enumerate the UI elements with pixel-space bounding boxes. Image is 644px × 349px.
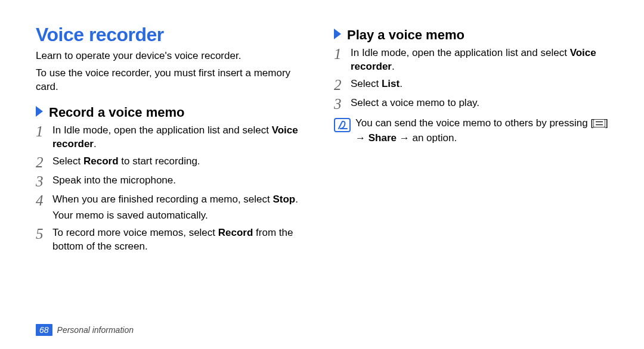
text: to start recording. [119, 155, 200, 167]
left-column: Voice recorder Learn to operate your dev… [36, 24, 310, 349]
record-heading-text: Record a voice memo [49, 105, 184, 120]
step-body: When you are finished recording a memo, … [52, 193, 310, 223]
bold-text: List [382, 78, 400, 89]
text: When you are finished recording a memo, … [52, 194, 273, 205]
step-body: Select Record to start recording. [52, 155, 310, 169]
record-heading: Record a voice memo [36, 105, 310, 120]
chevron-right-icon [334, 29, 342, 42]
menu-icon [593, 118, 605, 132]
step-number: 4 [36, 193, 52, 208]
text: . [94, 138, 97, 149]
svg-rect-2 [335, 119, 350, 132]
step-number: 3 [36, 174, 52, 189]
right-step-2: 2 Select List. [334, 77, 608, 93]
page-footer: 68 Personal information [36, 324, 134, 336]
sub-text: Your memo is saved automatically. [52, 209, 310, 223]
step-body: Select a voice memo to play. [351, 96, 608, 110]
bold-text: Stop [273, 194, 295, 205]
step-number: 1 [334, 46, 351, 62]
section-name: Personal information [57, 325, 134, 335]
play-heading-text: Play a voice memo [347, 27, 465, 43]
step-number: 1 [36, 124, 52, 139]
right-column: Play a voice memo 1 In Idle mode, open t… [334, 24, 608, 349]
manual-page: Voice recorder Learn to operate your dev… [0, 0, 644, 349]
step-body: In Idle mode, open the application list … [351, 46, 608, 74]
page-title: Voice recorder [36, 24, 310, 46]
step-body: To record more voice memos, select Recor… [52, 226, 310, 254]
left-step-1: 1 In Idle mode, open the application lis… [36, 124, 310, 151]
text: Select [52, 155, 83, 167]
intro-line-1: Learn to operate your device's voice rec… [36, 49, 310, 63]
bold-text: Record [218, 227, 253, 238]
bold-text: Record [83, 155, 119, 167]
step-number: 3 [334, 96, 351, 112]
play-heading: Play a voice memo [334, 27, 608, 43]
text: . [392, 61, 395, 72]
right-step-1: 1 In Idle mode, open the application lis… [334, 46, 608, 74]
text: Select [351, 78, 382, 89]
intro-line-2: To use the voice recorder, you must firs… [36, 67, 310, 94]
info-note: You can send the voice memo to others by… [334, 117, 608, 145]
left-step-2: 2 Select Record to start recording. [36, 155, 310, 170]
step-body: In Idle mode, open the application list … [52, 124, 310, 151]
step-number: 2 [36, 155, 52, 170]
text: . [295, 194, 298, 205]
svg-rect-3 [593, 119, 605, 127]
left-step-3: 3 Speak into the microphone. [36, 174, 310, 189]
text: . [400, 78, 402, 89]
note-body: You can send the voice memo to others by… [355, 117, 608, 145]
step-number: 5 [36, 226, 52, 242]
left-step-5: 5 To record more voice memos, select Rec… [36, 226, 310, 254]
step-number: 2 [334, 77, 351, 93]
text: You can send the voice memo to others by… [355, 117, 593, 129]
text: In Idle mode, open the application list … [351, 47, 570, 58]
step-body: Speak into the microphone. [52, 174, 310, 188]
text: To record more voice memos, select [52, 227, 218, 238]
note-icon [334, 118, 352, 132]
text: In Idle mode, open the application list … [52, 124, 272, 136]
page-number: 68 [36, 324, 52, 336]
svg-marker-0 [36, 106, 43, 117]
step-body: Select List. [351, 77, 608, 91]
text: → an option. [397, 132, 457, 144]
svg-marker-1 [334, 29, 341, 39]
bold-text: Share [369, 132, 397, 144]
chevron-right-icon [36, 106, 44, 119]
right-step-3: 3 Select a voice memo to play. [334, 96, 608, 112]
left-step-4: 4 When you are finished recording a memo… [36, 193, 310, 223]
